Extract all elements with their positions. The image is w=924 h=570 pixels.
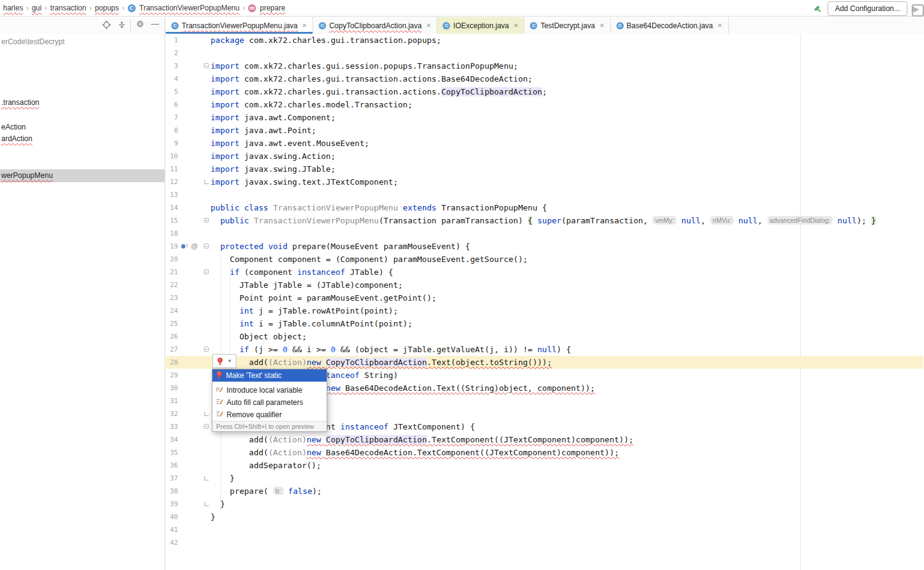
code-line-10[interactable]: import javax.swing.Action; <box>211 150 336 163</box>
debug-icon[interactable] <box>912 4 924 17</box>
breadcrumb-item-transactionviewerpopupmenu[interactable]: TransactionViewerPopupMenu <box>139 4 239 12</box>
line-number: 15 <box>165 214 178 227</box>
project-item-werpopupmenu[interactable]: werPopupMenu <box>0 171 53 180</box>
tab-CopyToClipboardAction.java[interactable]: CCopyToClipboardAction.java✕ <box>313 17 437 34</box>
line-number: 34 <box>165 433 178 446</box>
code-line-39[interactable]: } <box>211 498 225 510</box>
add-configuration-button[interactable]: Add Configuration... <box>828 1 907 16</box>
code-token: Base64DecodeAction.TextComponent((JTextC… <box>326 448 619 457</box>
code-line-26[interactable]: Object object; <box>211 330 307 343</box>
code-token: import <box>211 177 244 187</box>
fold-collapse-icon[interactable]: − <box>204 347 209 352</box>
code-line-1[interactable]: package com.xk72.charles.gui.transaction… <box>211 34 441 47</box>
tab-Base64DecodeAction.java[interactable]: CBase64DecodeAction.java✕ <box>611 17 729 34</box>
code-token <box>211 306 239 315</box>
settings-icon[interactable]: ⚙ <box>136 19 144 29</box>
tab-label: CopyToClipboardAction.java <box>329 21 422 30</box>
tab-label: TransactionViewerPopupMenu.java <box>182 21 298 30</box>
project-item-eaction[interactable]: eAction <box>0 123 26 131</box>
code-line-4[interactable]: import com.xk72.charles.gui.transaction.… <box>211 72 532 85</box>
code-line-7[interactable]: import java.awt.Component; <box>211 111 336 124</box>
code-line-19[interactable]: protected void prepare(MouseEvent paramM… <box>211 240 470 253</box>
code-token <box>211 242 220 251</box>
code-line-12[interactable]: import javax.swing.text.JTextComponent; <box>211 175 398 188</box>
tab-TestDecrypt.java[interactable]: CTestDecrypt.java✕ <box>524 17 610 34</box>
breadcrumb-item-harles[interactable]: harles <box>3 4 23 12</box>
intention-item-auto-fill-call-parameters[interactable]: Auto fill call parameters <box>212 396 327 409</box>
code-line-40[interactable]: } <box>211 510 215 523</box>
fold-expand-icon[interactable]: + <box>204 218 209 223</box>
code-token: null <box>681 216 701 225</box>
code-token: (paramTransaction, <box>561 216 653 225</box>
intention-item-introduce-local-variable[interactable]: PIntroduce local variable <box>212 384 327 396</box>
breadcrumb-item-transaction[interactable]: transaction <box>50 4 87 12</box>
code-line-11[interactable]: import javax.swing.JTable; <box>211 163 336 175</box>
code-line-9[interactable]: import java.awt.event.MouseEvent; <box>211 137 369 150</box>
code-line-37[interactable]: } <box>211 472 235 485</box>
svg-text:P: P <box>216 387 220 393</box>
project-item-label: .transaction <box>1 98 39 107</box>
fold-end-icon[interactable] <box>204 476 209 480</box>
code-token: instanceof <box>340 422 393 431</box>
fold-collapse-icon[interactable]: − <box>204 424 209 429</box>
fold-end-icon[interactable] <box>204 412 209 416</box>
project-item-ercode-testdecrypt[interactable]: erCode\testDecrypt <box>0 37 64 46</box>
line-number: 4 <box>165 72 178 85</box>
intention-item-remove-qualifier[interactable]: Remove qualifier <box>212 409 327 421</box>
fold-collapse-icon[interactable]: − <box>204 269 209 274</box>
code-line-34[interactable]: add((Action)new CopyToClipboardAction.Te… <box>211 433 634 446</box>
code-token: if <box>239 345 254 354</box>
hammer-icon[interactable] <box>812 4 822 13</box>
code-line-35[interactable]: add((Action)new Base64DecodeAction.TextC… <box>211 446 619 459</box>
breadcrumb-item-gui[interactable]: gui <box>32 4 42 12</box>
collapse-all-icon[interactable] <box>117 20 126 29</box>
code-line-28[interactable]: add((Action)new CopyToClipboardAction.Te… <box>211 356 552 369</box>
project-item-ardaction[interactable]: ardAction <box>0 134 33 143</box>
override-method-icon[interactable] <box>181 244 185 248</box>
close-icon[interactable]: ✕ <box>717 22 722 29</box>
fold-end-icon[interactable] <box>204 180 209 184</box>
close-icon[interactable]: ✕ <box>426 22 431 29</box>
code-line-23[interactable]: Point point = paramMouseEvent.getPoint()… <box>211 291 437 304</box>
tab-IOException.java[interactable]: CIOException.java✕ <box>437 17 524 34</box>
intention-bulb-button[interactable]: ! ▼ <box>212 354 236 368</box>
locate-icon[interactable] <box>102 20 111 29</box>
code-line-5[interactable]: import com.xk72.charles.gui.transaction.… <box>211 85 547 98</box>
line-number: 14 <box>165 201 178 214</box>
code-line-21[interactable]: if (component instanceof JTable) { <box>211 266 393 279</box>
breadcrumb-item-prepare[interactable]: prepare <box>260 4 285 12</box>
intention-popup: !Make 'Text' staticPIntroduce local vari… <box>212 369 327 432</box>
code-line-14[interactable]: public class TransactionViewerPopupMenu … <box>211 201 547 214</box>
code-line-3[interactable]: import com.xk72.charles.gui.session.popu… <box>211 60 518 72</box>
tab-TransactionViewerPopupMenu.java[interactable]: CTransactionViewerPopupMenu.java✕ <box>166 17 313 34</box>
line-number: 39 <box>165 498 178 510</box>
fold-collapse-icon[interactable]: − <box>204 63 209 68</box>
code-line-24[interactable]: int j = jTable.rowAtPoint(point); <box>211 304 398 317</box>
code-token: } <box>211 512 215 522</box>
close-icon[interactable]: ✕ <box>513 22 518 29</box>
fold-end-icon[interactable] <box>204 502 209 506</box>
code-token: .Text(object.toString())); <box>427 358 552 367</box>
intention-item-label: Remove qualifier <box>227 410 282 419</box>
code-line-15[interactable]: public TransactionViewerPopupMenu(Transa… <box>211 214 876 227</box>
breadcrumb-item-popups[interactable]: popups <box>95 4 118 12</box>
code-line-27[interactable]: if (j >= 0 && i >= 0 && (object = jTable… <box>211 343 571 356</box>
code-line-38[interactable]: prepare( b: false); <box>211 485 322 498</box>
code-token: com.xk72.charles.model.Transaction; <box>244 100 413 109</box>
code-line-8[interactable]: import java.awt.Point; <box>211 124 316 137</box>
code-token: ; <box>542 87 547 96</box>
hide-icon[interactable]: — <box>151 19 159 28</box>
close-icon[interactable]: ✕ <box>302 22 307 29</box>
close-icon[interactable]: ✕ <box>599 22 604 29</box>
code-line-20[interactable]: Component component = (Component) paramM… <box>211 253 528 266</box>
project-item--transaction[interactable]: .transaction <box>0 98 39 107</box>
line-number: 7 <box>165 111 178 124</box>
folded-brace[interactable]: } <box>871 216 876 225</box>
code-line-36[interactable]: addSeparator(); <box>211 459 321 472</box>
code-line-6[interactable]: import com.xk72.charles.model.Transactio… <box>211 98 413 111</box>
fold-collapse-icon[interactable]: − <box>204 244 209 248</box>
intention-item-make-text-static[interactable]: !Make 'Text' static <box>212 369 327 382</box>
code-line-22[interactable]: JTable jTable = (JTable)component; <box>211 279 403 291</box>
code-line-25[interactable]: int i = jTable.columnAtPoint(point); <box>211 317 413 330</box>
parameter-hint-chip: nMVu: <box>710 216 734 225</box>
